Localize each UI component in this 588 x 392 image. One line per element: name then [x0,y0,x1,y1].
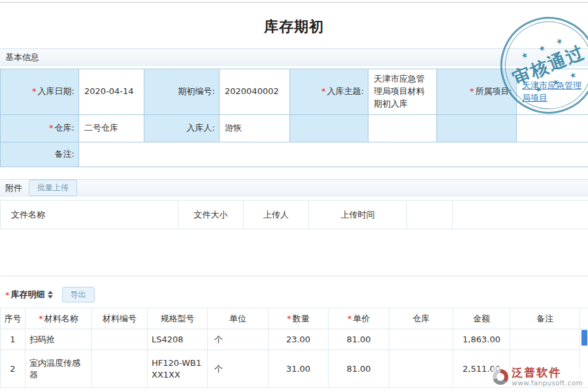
cell-seq: 2 [1,350,25,388]
remark-value [79,142,588,167]
col-note: 备注 [510,308,580,329]
cell-spec-model: HF120-WB1XX1XX [148,350,208,388]
cell-material-name: 扫码抢 [25,329,92,350]
cell-amount: 1,863.00 [453,329,510,350]
cell-material-code [92,350,148,388]
in-subject-label: *入库主题: [290,69,368,115]
details-section-header: * 库存明细 导出 [0,276,588,308]
col-unit: 单位 [208,308,269,329]
col-spec-model: 规格型号 [148,308,208,329]
required-mark: * [287,314,291,323]
attachments-header-row: 文件名称 文件大小 上传人 上传时间 [1,201,588,229]
required-mark: * [470,86,474,96]
empty-value-cell [368,115,437,142]
export-button[interactable]: 导出 [62,287,95,302]
col-material-code: 材料编号 [92,308,148,329]
in-date-label: *入库日期: [1,69,79,115]
vendor-url: www.fanpusoft.com [512,379,583,387]
attachments-empty-area [1,229,588,276]
cell-warehouse [389,329,453,350]
details-section-label: 库存明细 [11,289,45,301]
cell-spec-model: LS4208 [148,329,208,350]
scrollbar-header-cell [580,308,588,329]
initial-no-label: 期初编号: [144,69,220,115]
attach-col-filename: 文件名称 [1,201,178,229]
in-person-value: 游恢 [220,115,290,142]
required-mark: * [5,290,10,300]
attach-col-uploader: 上传人 [244,201,309,229]
cell-seq: 1 [1,329,25,350]
cell-quantity: 23.00 [269,329,329,350]
attach-col-filesize: 文件大小 [178,201,244,229]
form-row-3: 备注: [1,142,588,167]
warehouse-value: 二号仓库 [79,115,144,142]
details-header-row: 序号 *材料名称 材料编号 规格型号 单位 *数量 *单价 仓库 金额 备注 [1,308,588,329]
fanpu-logo-icon [493,369,508,385]
cell-material-code [92,329,148,350]
attachments-section-header: 附件 批量上传 [0,179,588,197]
required-mark: * [49,123,54,133]
batch-upload-button[interactable]: 批量上传 [29,180,77,195]
cell-unit-price: 81.00 [329,350,389,388]
attach-col-extra-2 [453,201,588,229]
initial-no-value: 2020040002 [220,69,290,115]
basic-info-section-header: 基本信息 [0,48,588,66]
vendor-text: 泛普软件 www.fanpusoft.com [512,367,583,387]
cell-note [510,329,580,350]
form-row-1: *入库日期: 2020-04-14 期初编号: 2020040002 *入库主题… [1,69,588,115]
required-mark: * [348,314,352,323]
empty-label-cell [437,115,517,142]
inventory-initial-page: 库存期初 ★ ★ ★ 审核通过 ★ ★ ★ 基本信息 *入库日期: 2020-0… [0,0,588,392]
warehouse-label: *仓库: [1,115,79,142]
empty-value-cell [517,115,588,142]
attachments-section-label: 附件 [5,182,22,194]
required-mark: * [32,86,37,96]
col-material-name: *材料名称 [25,308,92,329]
cell-material-name: 室内温度传感器 [25,350,92,388]
cell-quantity: 31.00 [269,350,329,388]
cell-unit: 个 [208,329,269,350]
remark-label: 备注: [1,142,79,167]
empty-label-cell [290,115,368,142]
required-mark: * [39,314,43,323]
form-row-2: *仓库: 二号仓库 入库人: 游恢 [1,115,588,142]
in-person-label: 入库人: [144,115,220,142]
vendor-watermark: 泛普软件 www.fanpusoft.com [493,367,583,387]
col-warehouse: 仓库 [389,308,453,329]
col-unit-price: *单价 [329,308,389,329]
basic-info-form: *入库日期: 2020-04-14 期初编号: 2020040002 *入库主题… [0,69,588,167]
col-amount: 金额 [453,308,510,329]
cell-unit: 个 [208,350,269,388]
col-quantity: *数量 [269,308,329,329]
project-link[interactable]: 天津市应急管理局项目 [522,80,581,103]
vendor-brand-name: 泛普软件 [512,367,561,379]
col-seq: 序号 [1,308,25,329]
table-row: 1 扫码抢 LS4208 个 23.00 81.00 1,863.00 [1,329,588,350]
project-label: *所属项目: [437,69,517,115]
project-value: 天津市应急管理局项目 [517,69,588,115]
attach-col-extra-1 [407,201,453,229]
basic-info-section-label: 基本信息 [5,52,39,63]
in-date-value: 2020-04-14 [79,69,144,115]
attachments-table: 文件名称 文件大小 上传人 上传时间 [0,200,588,276]
required-mark: * [321,86,326,96]
cell-unit-price: 81.00 [329,329,389,350]
scrollbar-thumb[interactable] [581,330,587,346]
sort-icon[interactable] [48,291,53,299]
attachments-empty-cell [1,229,588,276]
page-title: 库存期初 [0,3,588,48]
in-subject-value: 天津市应急管理局项目材料期初入库 [368,69,437,115]
cell-warehouse [389,350,453,388]
attach-col-uploadtime: 上传时间 [309,201,407,229]
